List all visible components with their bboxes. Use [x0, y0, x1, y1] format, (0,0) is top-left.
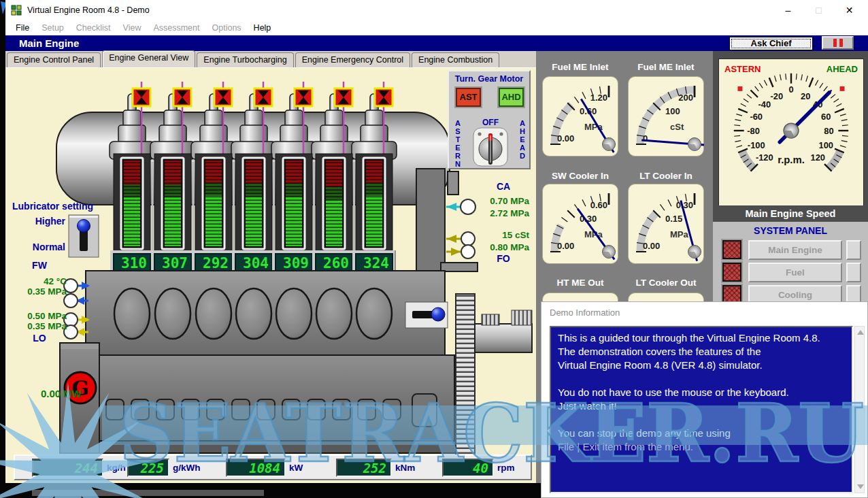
pause-button[interactable] — [822, 36, 854, 50]
svg-text:309: 309 — [283, 255, 309, 271]
fw-pressure: 0.35 MPa — [16, 286, 67, 297]
lo-pressure-1: 0.50 MPa — [16, 311, 67, 321]
turn-gear-title: Turn. Gear Motor — [449, 74, 529, 84]
tab-engine-combustion[interactable]: Engine Combustion — [412, 52, 499, 67]
screen-edge — [0, 0, 5, 498]
menu-item-setup[interactable]: Setup — [35, 22, 70, 34]
turn-gear-astern-button[interactable]: AST — [456, 88, 481, 107]
gauge-label-ht-me-out-4: HT ME Out — [533, 278, 628, 288]
demo-text-area: This is a guided tour through the Virtua… — [550, 326, 853, 493]
svg-text:310: 310 — [121, 255, 147, 271]
instrument-unit: rpm — [497, 463, 515, 473]
system-panel: SYSTEM PANEL Main EngineFuelCooling — [713, 222, 868, 301]
astern-label: ASTERN — [724, 64, 761, 74]
menu-item-assessment[interactable]: Assessment — [147, 22, 205, 34]
app-icon — [11, 5, 22, 16]
ca-pressure-1: 0.70 MPa — [476, 196, 529, 206]
instrument-kw: 1084kW — [226, 459, 303, 477]
demo-text-line — [558, 413, 845, 427]
demo-text-line: Virtual Engine Room 4.8 (VER 4.8) simula… — [558, 359, 845, 372]
svg-text:r.p.m.: r.p.m. — [778, 154, 805, 165]
turn-gear-rotary-switch[interactable] — [473, 127, 508, 167]
tab-bar: Engine Control PanelEngine General ViewE… — [5, 51, 536, 68]
panel-slot — [846, 263, 861, 282]
lubricator-switch[interactable] — [68, 214, 99, 258]
lubricator-setting-label: Lubricator setting — [12, 201, 102, 212]
svg-text:0.30: 0.30 — [676, 200, 693, 210]
fw-label: FW — [27, 260, 52, 271]
svg-text:cSt: cSt — [670, 122, 684, 132]
svg-text:60: 60 — [821, 112, 831, 122]
svg-text:324: 324 — [363, 255, 389, 271]
gauge-label-lt-cooler-in-mpa: LT Cooler In — [618, 171, 714, 181]
svg-text:-120: -120 — [756, 152, 773, 163]
svg-text:0: 0 — [643, 133, 648, 144]
svg-text:0: 0 — [788, 84, 793, 95]
tab-engine-general-view[interactable]: Engine General View — [102, 50, 195, 67]
demo-text-line: The demonstration covers the features of… — [558, 345, 845, 359]
minimize-button[interactable]: – — [773, 0, 803, 20]
demo-scrollbar[interactable] — [854, 326, 865, 493]
instrument-display: 1084 — [226, 459, 286, 477]
close-button[interactable]: ✕ — [834, 0, 865, 20]
ask-chief-button[interactable]: Ask Chief — [729, 37, 813, 50]
demo-text-line: You do not have to use the mouse or the … — [558, 386, 845, 399]
maximize-button[interactable]: □ — [803, 0, 834, 20]
svg-text:-20: -20 — [770, 91, 783, 101]
tab-engine-control-panel[interactable]: Engine Control Panel — [7, 52, 101, 67]
svg-text:-40: -40 — [758, 99, 771, 110]
svg-text:120: 120 — [810, 152, 824, 163]
alarm-indicator — [722, 240, 741, 259]
svg-text:200: 200 — [678, 93, 693, 103]
menu-item-file[interactable]: File — [10, 22, 35, 34]
ca-pressure-2: 2.72 MPa — [476, 208, 529, 218]
page-title: Main Engine — [19, 35, 79, 51]
instrument-display: 225 — [127, 459, 169, 477]
menu-bar: FileSetupChecklistViewAssessmentOptionsH… — [5, 20, 868, 35]
svg-text:0.00: 0.00 — [557, 241, 574, 251]
engine-view: 310307292304309260324G Lubricator settin… — [5, 68, 536, 483]
svg-text:0.00: 0.00 — [643, 241, 660, 251]
turn-gear-ahead-scale: AHEAD — [518, 119, 527, 160]
menu-item-options[interactable]: Options — [206, 22, 248, 34]
demo-text-line — [558, 372, 845, 386]
svg-text:0.00: 0.00 — [557, 133, 574, 144]
svg-text:1.20: 1.20 — [590, 93, 607, 103]
speed-panel: -120-100-80-60-40-20020406080100120r.p.m… — [713, 51, 868, 301]
menu-item-help[interactable]: Help — [248, 22, 278, 34]
window-title: Virtual Engine Room 4.8 - Demo — [27, 0, 150, 20]
generator-power: 0.00 MW — [41, 388, 82, 399]
turn-gear-ahead-button[interactable]: AHD — [499, 88, 524, 107]
lo-label: LO — [27, 333, 52, 344]
gauge-fuel-me-inlet-mpa: 0.000.601.20MPa — [542, 76, 618, 156]
instrument-kg-h: 244kg/h — [32, 459, 126, 477]
system-button-fuel[interactable]: Fuel — [748, 263, 842, 282]
svg-text:80: 80 — [824, 126, 833, 136]
scroll-up-icon[interactable] — [857, 330, 864, 335]
instrument-unit: g/kWh — [173, 463, 201, 473]
scroll-down-icon[interactable] — [857, 484, 864, 489]
system-button-main-engine[interactable]: Main Engine — [748, 240, 842, 260]
speed-gauge-caption: Main Engine Speed — [713, 205, 868, 222]
fo-viscosity: 15 cSt — [476, 230, 529, 240]
app-header: Main Engine Ask Chief — [5, 35, 868, 51]
tab-engine-emergency-control[interactable]: Engine Emergency Control — [295, 52, 410, 67]
tab-engine-turbocharging[interactable]: Engine Turbocharging — [197, 52, 293, 67]
instrument-unit: kg/h — [107, 463, 126, 473]
menu-item-view[interactable]: View — [117, 22, 148, 34]
demo-text-line: File | Exit item from the menu. — [558, 440, 845, 454]
fo-pressure: 0.80 MPa — [476, 242, 529, 252]
demo-window-title: Demo Information — [550, 308, 620, 318]
ca-label: CA — [491, 181, 516, 192]
pause-icon — [833, 39, 837, 47]
svg-text:100: 100 — [819, 140, 833, 150]
turn-gear-astern-scale: ASTERN — [453, 119, 463, 168]
lubricator-higher-label: Higher — [19, 216, 65, 227]
ahead-label: AHEAD — [827, 64, 858, 74]
fw-temperature: 42 °C — [20, 276, 67, 286]
taskbar-fragment — [32, 490, 264, 496]
instrument-rpm: 40rpm — [442, 459, 515, 477]
svg-text:-80: -80 — [747, 126, 760, 136]
gauge-label-fuel-me-inlet-cst: Fuel ME Inlet — [618, 62, 714, 72]
menu-item-checklist[interactable]: Checklist — [70, 22, 117, 34]
